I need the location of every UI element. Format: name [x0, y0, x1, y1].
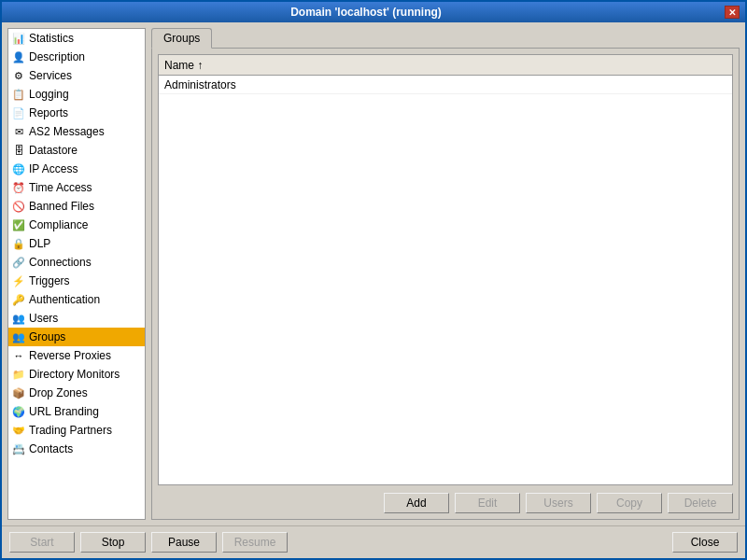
- sidebar-item-bannedfiles[interactable]: 🚫Banned Files: [8, 197, 145, 216]
- add-button[interactable]: Add: [384, 493, 449, 513]
- dropzones-icon: 📦: [12, 386, 25, 399]
- sidebar-label-logging: Logging: [29, 88, 69, 101]
- sidebar-label-directorymonitors: Directory Monitors: [29, 368, 120, 381]
- sidebar-item-statistics[interactable]: 📊Statistics: [8, 29, 145, 48]
- sidebar-label-timeaccess: Time Access: [29, 181, 92, 194]
- sidebar-label-compliance: Compliance: [29, 218, 88, 231]
- statistics-icon: 📊: [12, 32, 25, 45]
- pause-button[interactable]: Pause: [151, 532, 217, 553]
- tab-groups[interactable]: Groups: [151, 28, 212, 49]
- tabs-bar: Groups: [151, 28, 740, 49]
- sidebar-item-authentication[interactable]: 🔑Authentication: [8, 290, 145, 309]
- sidebar-item-connections[interactable]: 🔗Connections: [8, 253, 145, 272]
- sidebar-item-dlp[interactable]: 🔒DLP: [8, 234, 145, 253]
- sidebar-label-services: Services: [29, 69, 72, 82]
- sidebar-item-as2messages[interactable]: ✉AS2 Messages: [8, 122, 145, 141]
- sidebar-item-urlbranding[interactable]: 🌍URL Branding: [8, 402, 145, 421]
- resume-button[interactable]: Resume: [222, 532, 288, 553]
- services-icon: ⚙: [12, 69, 25, 82]
- tradingpartners-icon: 🤝: [12, 424, 25, 437]
- sidebar-item-contacts[interactable]: 📇Contacts: [8, 440, 145, 458]
- sidebar-label-reverseproxies: Reverse Proxies: [29, 349, 111, 362]
- urlbranding-icon: 🌍: [12, 405, 25, 418]
- close-button[interactable]: Close: [672, 532, 738, 553]
- sidebar-label-groups: Groups: [29, 330, 65, 343]
- sidebar-item-dropzones[interactable]: 📦Drop Zones: [8, 384, 145, 402]
- sidebar-label-connections: Connections: [29, 256, 92, 269]
- sidebar-label-description: Description: [29, 50, 85, 63]
- window-title: Domain 'localhost' (running): [7, 6, 725, 19]
- sidebar-item-triggers[interactable]: ⚡Triggers: [8, 272, 145, 290]
- right-panel: Groups Name ↑ Administrators Add Edit: [151, 28, 740, 520]
- bottom-bar: Start Stop Pause Resume Close: [2, 525, 745, 558]
- close-icon[interactable]: ✕: [725, 6, 740, 19]
- sidebar-label-dlp: DLP: [29, 237, 50, 250]
- sidebar-label-authentication: Authentication: [29, 293, 100, 306]
- titlebar: Domain 'localhost' (running) ✕: [2, 2, 745, 22]
- compliance-icon: ✅: [12, 218, 25, 231]
- sidebar-label-contacts: Contacts: [29, 442, 73, 455]
- sidebar-label-dropzones: Drop Zones: [29, 386, 88, 399]
- sidebar-label-tradingpartners: Trading Partners: [29, 424, 112, 437]
- sidebar-item-description[interactable]: 👤Description: [8, 48, 145, 66]
- sidebar-item-users[interactable]: 👥Users: [8, 309, 145, 328]
- ipaccess-icon: 🌐: [12, 162, 25, 175]
- dlp-icon: 🔒: [12, 237, 25, 250]
- main-window: Domain 'localhost' (running) ✕ 📊Statisti…: [0, 0, 747, 560]
- sidebar-label-users: Users: [29, 312, 58, 325]
- sidebar-item-datastore[interactable]: 🗄Datastore: [8, 141, 145, 160]
- bottom-left-buttons: Start Stop Pause Resume: [9, 532, 288, 553]
- column-name-header[interactable]: Name ↑: [159, 55, 732, 76]
- sidebar-label-statistics: Statistics: [29, 32, 74, 45]
- sidebar-label-reports: Reports: [29, 106, 68, 119]
- sidebar-label-as2messages: AS2 Messages: [29, 125, 105, 138]
- sidebar-item-logging[interactable]: 📋Logging: [8, 85, 145, 104]
- sidebar-item-ipaccess[interactable]: 🌐IP Access: [8, 160, 145, 178]
- datastore-icon: 🗄: [12, 144, 25, 157]
- sidebar-label-urlbranding: URL Branding: [29, 405, 99, 418]
- sidebar-item-groups[interactable]: 👥Groups: [8, 328, 145, 346]
- directorymonitors-icon: 📁: [12, 368, 25, 381]
- timeaccess-icon: ⏰: [12, 181, 25, 194]
- sidebar-label-datastore: Datastore: [29, 144, 78, 157]
- sidebar-item-reports[interactable]: 📄Reports: [8, 104, 145, 122]
- tab-content: Name ↑ Administrators Add Edit Users Cop…: [151, 49, 740, 520]
- sidebar-item-directorymonitors[interactable]: 📁Directory Monitors: [8, 365, 145, 384]
- connections-icon: 🔗: [12, 256, 25, 269]
- sidebar-item-services[interactable]: ⚙Services: [8, 66, 145, 85]
- groups-icon: 👥: [12, 330, 25, 343]
- users-icon: 👥: [12, 312, 25, 325]
- bannedfiles-icon: 🚫: [12, 200, 25, 213]
- sidebar-label-ipaccess: IP Access: [29, 162, 78, 175]
- start-button[interactable]: Start: [9, 532, 75, 553]
- as2messages-icon: ✉: [12, 125, 25, 138]
- table-row[interactable]: Administrators: [159, 76, 732, 94]
- edit-button[interactable]: Edit: [455, 493, 520, 513]
- contacts-icon: 📇: [12, 442, 25, 455]
- sidebar: 📊Statistics👤Description⚙Services📋Logging…: [7, 28, 146, 520]
- delete-button[interactable]: Delete: [668, 493, 733, 513]
- description-icon: 👤: [12, 50, 25, 63]
- authentication-icon: 🔑: [12, 293, 25, 306]
- copy-button[interactable]: Copy: [597, 493, 662, 513]
- triggers-icon: ⚡: [12, 274, 25, 287]
- logging-icon: 📋: [12, 88, 25, 101]
- sidebar-item-tradingpartners[interactable]: 🤝Trading Partners: [8, 421, 145, 440]
- groups-table: Name ↑ Administrators: [158, 54, 733, 485]
- sidebar-item-timeaccess[interactable]: ⏰Time Access: [8, 178, 145, 197]
- reports-icon: 📄: [12, 106, 25, 119]
- action-buttons: Add Edit Users Copy Delete: [158, 493, 733, 513]
- sidebar-item-compliance[interactable]: ✅Compliance: [8, 216, 145, 234]
- sidebar-item-reverseproxies[interactable]: ↔Reverse Proxies: [8, 346, 145, 365]
- stop-button[interactable]: Stop: [80, 532, 146, 553]
- users-button[interactable]: Users: [526, 493, 591, 513]
- table-body: Administrators: [159, 76, 732, 484]
- reverseproxies-icon: ↔: [12, 349, 25, 362]
- sidebar-label-bannedfiles: Banned Files: [29, 200, 94, 213]
- main-content: 📊Statistics👤Description⚙Services📋Logging…: [2, 22, 745, 525]
- sidebar-label-triggers: Triggers: [29, 274, 70, 287]
